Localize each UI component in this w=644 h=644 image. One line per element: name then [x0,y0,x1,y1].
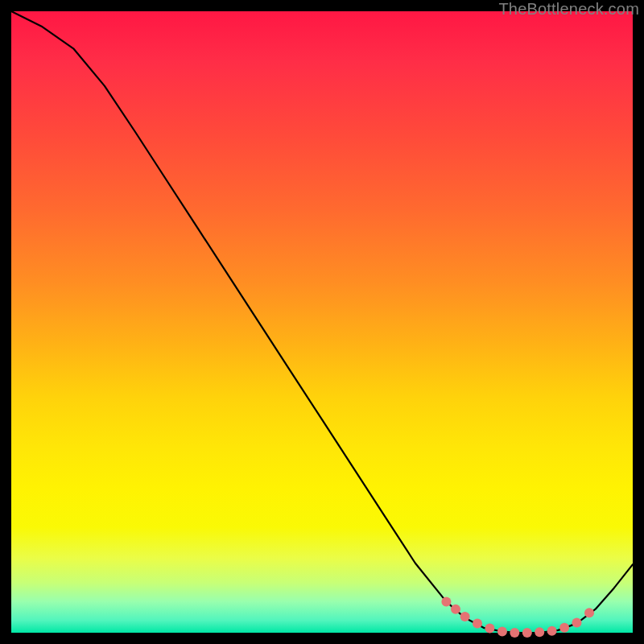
highlight-dot [497,627,507,637]
highlight-dot [572,618,582,628]
chart-frame: TheBottleneck.com [0,0,644,644]
highlight-dot [451,605,460,614]
highlight-dots-group [441,597,594,638]
highlight-dot [510,628,519,638]
bottleneck-heatmap-plot [11,11,633,633]
highlight-dot [559,623,569,633]
highlight-dot [535,627,544,637]
highlight-dot [441,597,451,606]
highlight-dot [522,628,532,638]
curve-layer [11,11,633,633]
highlight-dot [584,608,594,617]
watermark-text: TheBottleneck.com [498,0,639,19]
highlight-dot [547,626,557,636]
bottleneck-curve [11,11,633,633]
highlight-dot [485,624,494,634]
highlight-dot [473,618,482,628]
highlight-dot [460,612,470,621]
